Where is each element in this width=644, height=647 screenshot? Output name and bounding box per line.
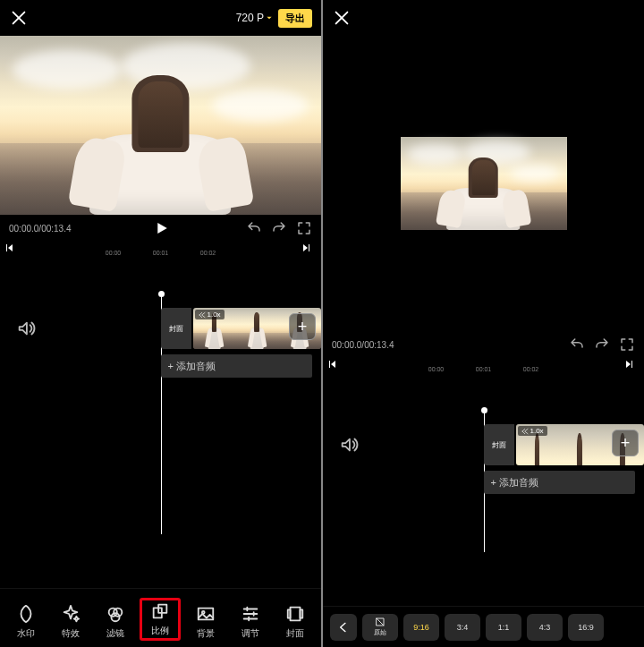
bottom-toolbar: 水印 特效 滤镜 比例 背景 调节	[0, 588, 321, 647]
tool-ratio[interactable]: 比例	[140, 599, 180, 640]
undo-icon[interactable]	[246, 220, 262, 236]
ratio-option-original[interactable]: 原始	[362, 614, 398, 641]
export-button[interactable]: 导出	[278, 9, 312, 28]
fullscreen-icon[interactable]	[619, 336, 635, 353]
cover-thumb[interactable]: 封面	[161, 308, 191, 349]
ratio-option-4-3[interactable]: 4:3	[527, 614, 563, 641]
play-button[interactable]	[149, 217, 173, 240]
tool-cover[interactable]: 封面	[275, 604, 315, 640]
time-ruler[interactable]: 00:00 00:01 00:02	[323, 356, 644, 374]
svg-rect-9	[300, 609, 302, 617]
timeline[interactable]: 封面 1.0x + + 添加音频	[323, 374, 644, 606]
ratio-option-16-9[interactable]: 16:9	[568, 614, 604, 641]
volume-icon[interactable]	[339, 435, 359, 455]
video-preview[interactable]	[323, 36, 644, 331]
close-icon[interactable]	[332, 8, 352, 28]
ratio-option-9-16[interactable]: 9:16	[403, 614, 439, 641]
volume-icon[interactable]	[16, 319, 36, 338]
tool-filter[interactable]: 滤镜	[96, 604, 135, 640]
ratio-option-3-4[interactable]: 3:4	[445, 614, 480, 641]
timeline[interactable]: 封面 1.0x + + 添加音频	[0, 258, 321, 588]
redo-icon[interactable]	[271, 220, 287, 236]
ratio-option-1-1[interactable]: 1:1	[486, 614, 521, 641]
time-ruler[interactable]: 00:00 00:01 00:02	[0, 240, 321, 258]
redo-icon[interactable]	[594, 336, 610, 353]
tool-watermark[interactable]: 水印	[6, 604, 46, 640]
add-clip-button[interactable]: +	[289, 313, 316, 340]
back-button[interactable]	[330, 614, 357, 641]
ratio-toolbar: 原始 9:16 3:4 1:1 4:3 16:9	[323, 606, 644, 647]
svg-rect-7	[290, 608, 300, 621]
add-audio-button[interactable]: + 添加音频	[161, 354, 313, 378]
svg-rect-8	[288, 609, 291, 617]
close-icon[interactable]	[9, 8, 29, 28]
tool-effects[interactable]: 特效	[51, 604, 90, 640]
add-clip-button[interactable]: +	[612, 430, 639, 456]
tool-adjust[interactable]: 调节	[231, 604, 270, 640]
video-preview[interactable]	[0, 36, 321, 215]
undo-icon[interactable]	[569, 336, 585, 353]
fullscreen-icon[interactable]	[296, 220, 312, 236]
speed-badge: 1.0x	[195, 310, 225, 319]
time-display: 00:00.0/00:13.4	[332, 340, 394, 350]
add-audio-button[interactable]: + 添加音频	[484, 471, 636, 494]
tool-background[interactable]: 背景	[186, 604, 225, 640]
time-display: 00:00.0/00:13.4	[9, 224, 72, 234]
cover-thumb[interactable]: 封面	[484, 424, 514, 465]
resolution-selector[interactable]: 720 P	[236, 12, 273, 24]
speed-badge: 1.0x	[518, 426, 547, 436]
svg-point-2	[112, 613, 120, 621]
